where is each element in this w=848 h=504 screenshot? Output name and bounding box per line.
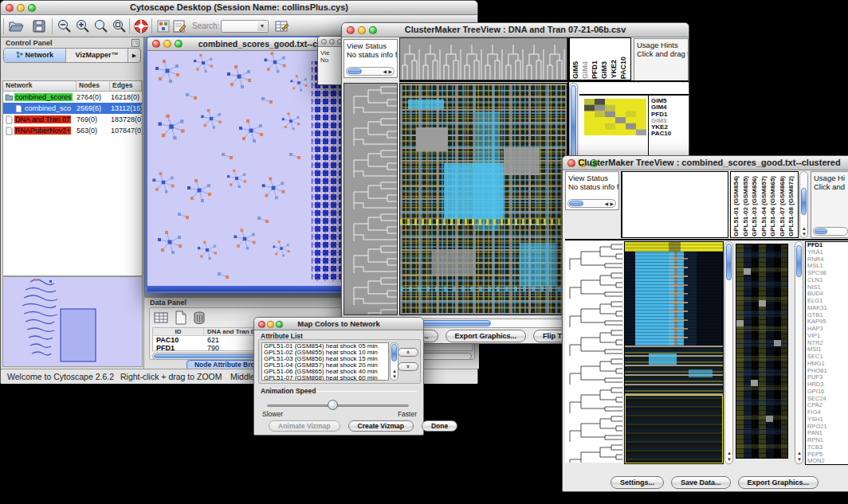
chevron-down-icon[interactable]: ▼: [257, 21, 267, 31]
new-attribute-icon[interactable]: [172, 310, 188, 326]
tab-vizmapper[interactable]: VizMapper™: [66, 49, 128, 62]
help-icon[interactable]: [133, 18, 149, 34]
attribute-row-id: PAC10: [153, 336, 204, 344]
network-name: RNAPuberNov2+: [14, 127, 71, 135]
column-label[interactable]: PAC10: [619, 57, 629, 79]
view-status-text: No status info f: [568, 182, 616, 191]
map-colors-dialog: Map Colors to Network Attribute List GPL…: [253, 317, 424, 436]
network-row[interactable]: combined_sco 2569(6) 13112(15): [3, 103, 142, 114]
network-edges-count: 16218(0): [111, 93, 143, 101]
data-panel-title: Data Panel: [150, 299, 186, 307]
tab-overflow-button[interactable]: ▶: [128, 49, 140, 62]
network-list-header[interactable]: NetworkNodesEdges: [3, 81, 142, 92]
dialog-button[interactable]: Create Vizmap: [348, 420, 414, 432]
column-dendrogram[interactable]: [399, 37, 567, 80]
dialog-button[interactable]: Animate Vizmap: [269, 420, 340, 432]
network-name: combined_sco: [24, 104, 72, 112]
treeview1-button[interactable]: Export Graphics...: [446, 330, 527, 342]
column-dendrogram[interactable]: [621, 171, 728, 238]
treeview2-titlebar[interactable]: ClusterMaker TreeView : combined_scores_…: [563, 156, 848, 170]
control-panel-tabs: Network VizMapper™ ▶: [3, 48, 141, 63]
heatmap-vertical-scrollbar[interactable]: ▲▼: [724, 241, 733, 464]
network-edges-count: 107847(0): [111, 127, 143, 135]
divider: [316, 391, 417, 392]
minimize-icon[interactable]: [163, 40, 171, 48]
row-dendrogram[interactable]: [565, 241, 622, 463]
tab-network[interactable]: Network: [4, 49, 66, 62]
annotation-icon[interactable]: [171, 18, 187, 34]
status-welcome: Welcome to Cytoscape 2.6.2: [7, 372, 114, 381]
treeview1-title: ClusterMaker TreeView : DNA and Tran 07-…: [342, 25, 689, 34]
search-label: Search:: [192, 21, 219, 30]
open-session-icon[interactable]: [8, 18, 24, 34]
network-row[interactable]: DNA and Tran 07 769(0) 183728(0): [3, 114, 142, 125]
row-dendrogram[interactable]: [344, 83, 398, 315]
dialog-titlebar[interactable]: Map Colors to Network: [254, 318, 423, 330]
search-input[interactable]: [222, 21, 257, 31]
column-label[interactable]: PFD1: [591, 61, 600, 79]
delete-attribute-icon[interactable]: [191, 310, 207, 326]
treeview2-title: ClusterMaker TreeView : combined_scores_…: [563, 158, 848, 167]
birdseye-view[interactable]: [2, 276, 143, 367]
zoom-in-icon[interactable]: [75, 18, 91, 34]
network-row[interactable]: RNAPuberNov2+ 563(0) 107847(0): [3, 125, 142, 136]
close-icon[interactable]: [321, 39, 327, 45]
move-up-button[interactable]: ∧: [398, 348, 418, 357]
column-label[interactable]: GPL51-06 (GSM865): [769, 176, 779, 236]
minimize-icon[interactable]: [329, 39, 335, 45]
column-label[interactable]: GIM3: [600, 61, 610, 79]
network-nodes-count: 769(0): [77, 115, 111, 123]
column-label[interactable]: YKE2: [610, 60, 619, 79]
view-status-scrollbar[interactable]: ◀▶: [346, 67, 395, 76]
attribute-row-id: PFD1: [153, 344, 204, 352]
column-label[interactable]: GPL51-04 (GSM857): [760, 176, 770, 236]
plugins-icon[interactable]: [273, 18, 289, 34]
heatmap[interactable]: [624, 241, 724, 464]
zoom-out-icon[interactable]: [57, 18, 73, 34]
gene-label[interactable]: MON2: [807, 458, 848, 465]
slower-label: Slower: [262, 410, 283, 418]
column-labels-scrollbar[interactable]: ▲▼: [799, 171, 808, 238]
column-labels-panel: GPL51-01 (GSM854)GPL51-02 (GSM855)GPL51-…: [730, 171, 799, 238]
treeview2-button[interactable]: Save Data...: [671, 476, 731, 489]
zoom-fit-icon[interactable]: [112, 18, 128, 34]
column-label[interactable]: GIM4: [581, 61, 591, 79]
view-status-panel: View Status No status info f ◀▶: [565, 171, 619, 210]
usage-hints-scrollbar[interactable]: [813, 227, 848, 236]
vizmapper-icon[interactable]: [155, 18, 171, 34]
similarity-matrix[interactable]: [584, 99, 646, 135]
treeview2-button[interactable]: Settings...: [610, 476, 664, 489]
save-session-icon[interactable]: [31, 18, 47, 34]
column-label[interactable]: GPL51-01 (GSM854): [732, 176, 742, 236]
faster-label: Faster: [398, 410, 417, 418]
treeview1-titlebar[interactable]: ClusterMaker TreeView : DNA and Tran 07-…: [342, 23, 689, 37]
column-label[interactable]: GIM5: [571, 61, 581, 79]
dialog-button[interactable]: Done: [422, 420, 457, 432]
network-edges-count: 13112(15): [111, 104, 143, 112]
float-panel-icon[interactable]: ◳: [132, 39, 139, 47]
column-label[interactable]: GPL51-03 (GSM856): [751, 176, 760, 236]
background-window-text: VieNo: [320, 49, 329, 64]
view-status-scrollbar[interactable]: ◀▶: [567, 199, 616, 208]
network-row[interactable]: combined_scores 2764(0) 16218(0): [3, 92, 142, 103]
attribute-list-scrollbar[interactable]: ▲▼: [390, 342, 398, 381]
treeview2-button[interactable]: Export Graphics...: [738, 476, 819, 489]
zoom-selected-icon[interactable]: [93, 18, 109, 34]
network-rows: combined_scores 2764(0) 16218(0) combine…: [3, 92, 142, 136]
gene-label[interactable]: PAC10: [651, 131, 671, 137]
animation-speed-slider[interactable]: [267, 404, 409, 407]
zoom-heatmap[interactable]: [736, 244, 788, 459]
column-label[interactable]: GPL51-07 (GSM868): [779, 176, 788, 236]
attribute-list-item[interactable]: GPL51-07 (GSM868) heat shock 60 min: [262, 375, 388, 381]
close-icon[interactable]: [152, 40, 160, 48]
column-label[interactable]: GPL51-08 (GSM872): [787, 176, 797, 236]
slider-thumb[interactable]: [328, 400, 338, 410]
heatmap[interactable]: [399, 83, 567, 315]
gene-list-scrollbar[interactable]: ▲▼: [795, 241, 803, 464]
main-titlebar[interactable]: Cytoscape Desktop (Session Name: collins…: [1, 1, 477, 15]
desktop: Cytoscape Desktop (Session Name: collins…: [0, 0, 848, 504]
main-window-title: Cytoscape Desktop (Session Name: collins…: [1, 2, 477, 12]
move-down-button[interactable]: ∨: [398, 362, 418, 371]
attribute-select-icon[interactable]: [153, 310, 169, 326]
column-label[interactable]: GPL51-02 (GSM855): [742, 176, 752, 236]
